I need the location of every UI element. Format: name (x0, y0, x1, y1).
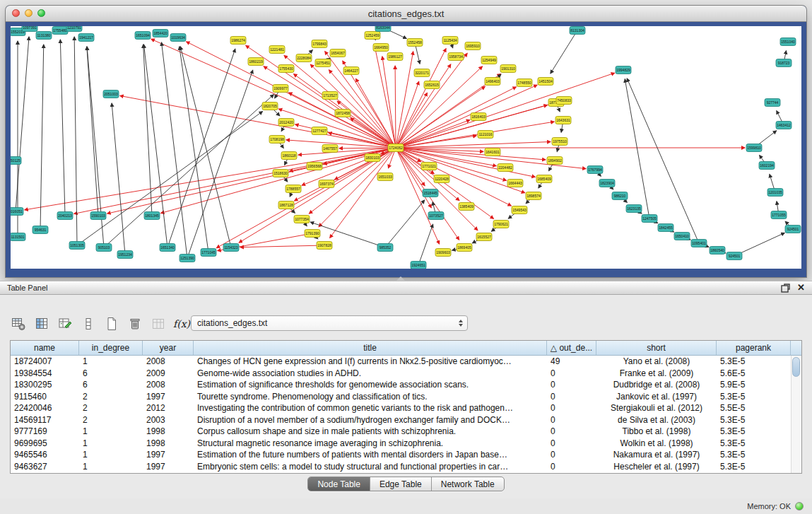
graph-node[interactable]: 1986274 (230, 37, 246, 45)
graph-node[interactable]: 1496403 (485, 78, 500, 86)
table-row[interactable]: 1872400712008Changes of HCN gene express… (11, 356, 801, 368)
table-cell[interactable]: 9465546 (11, 450, 79, 460)
graph-node[interactable]: 1463412 (776, 122, 792, 129)
table-cell[interactable]: 0 (547, 392, 596, 402)
table-row[interactable]: 2242004622012Investigating the contribut… (11, 402, 801, 414)
table-cell[interactable]: 2008 (143, 356, 194, 366)
graph-node[interactable]: 1643631 (555, 117, 571, 124)
table-row[interactable]: 977716911998Corpus callosum shape and si… (11, 426, 801, 438)
table-cell[interactable]: 5.3E-5 (717, 450, 791, 460)
table-cell[interactable]: 5.3E-5 (717, 438, 791, 448)
table-cell[interactable]: 2 (79, 392, 143, 402)
table-cell[interactable]: 19384554 (11, 368, 79, 378)
table-cell[interactable]: 0 (547, 438, 596, 448)
network-table-selector[interactable]: citations_edges.txt (191, 315, 468, 331)
graph-edge[interactable] (625, 79, 649, 218)
graph-node[interactable]: 1860118 (281, 152, 297, 160)
graph-node[interactable]: 1464227 (343, 67, 359, 75)
graph-node[interactable]: 1771021 (421, 163, 437, 170)
column-header-name[interactable]: name (11, 341, 79, 355)
table-cell[interactable]: Tibbo et al. (1998) (596, 426, 717, 436)
table-cell[interactable]: Wolkin et al. (1998) (596, 438, 717, 448)
table-scrollbar[interactable] (791, 356, 801, 473)
graph-node[interactable]: 1924651 (411, 262, 426, 269)
graph-node[interactable]: 1095401 (691, 240, 707, 247)
table-cell[interactable]: 5.9E-5 (717, 380, 791, 390)
graph-node[interactable]: 1097391 (22, 26, 37, 32)
tab-node-table[interactable]: Node Table (308, 477, 370, 491)
graph-node[interactable]: 1685409 (536, 175, 552, 183)
graph-edge[interactable] (396, 52, 413, 148)
table-cell[interactable]: 9699695 (11, 438, 79, 448)
table-row[interactable]: 946362711997Embryonic stem cells: a mode… (11, 461, 801, 473)
graph-node[interactable]: 2228084 (296, 54, 312, 62)
zoom-window-button[interactable] (37, 9, 45, 17)
graph-node[interactable]: 1077354 (294, 216, 310, 223)
table-row[interactable]: 969969511998Structural magnetic resonanc… (11, 438, 801, 450)
graph-node[interactable]: 1801345 (144, 212, 160, 220)
graph-node[interactable]: 1650410 (674, 233, 690, 240)
graph-edge[interactable] (180, 47, 231, 247)
graph-node[interactable]: 1125434 (442, 37, 458, 45)
graph-node[interactable]: 986210 (612, 192, 628, 200)
graph-node[interactable]: 1641601 (485, 148, 500, 156)
graph-node[interactable]: 1951234 (117, 251, 133, 259)
table-row[interactable]: 946554611997Estimation of the future num… (11, 449, 801, 461)
table-cell[interactable]: 2003 (143, 415, 194, 425)
graph-node[interactable]: 1790621 (493, 221, 509, 228)
graph-node[interactable]: 918723 (776, 59, 792, 67)
graph-node[interactable]: 1816403 (471, 113, 486, 121)
graph-edge[interactable] (395, 66, 396, 148)
graph-node[interactable]: 1860219 (248, 58, 264, 66)
table-cell[interactable]: 18300295 (11, 380, 79, 390)
table-cell[interactable]: 6 (79, 368, 143, 378)
table-cell[interactable]: 5.3E-5 (717, 426, 791, 436)
import-table-icon[interactable] (150, 315, 167, 332)
graph-node[interactable]: 1467557 (322, 145, 338, 153)
graph-node[interactable]: 1941217 (78, 34, 94, 42)
graph-node[interactable]: 1664443 (507, 180, 523, 187)
graph-node[interactable]: 1860540 (710, 247, 725, 255)
graph-node[interactable]: 1986127 (387, 53, 403, 61)
graph-node[interactable]: 985352 (377, 244, 393, 252)
table-cell[interactable]: 5.6E-5 (717, 368, 791, 378)
graph-edge[interactable] (396, 148, 493, 218)
graph-edge[interactable] (627, 78, 699, 243)
graph-node[interactable]: 1201035 (767, 189, 783, 197)
graph-node[interactable]: 1220428 (434, 175, 449, 183)
graph-node[interactable]: 1518445 (423, 189, 438, 197)
graph-node[interactable]: 1799843 (312, 40, 327, 48)
graph-edge[interactable] (396, 120, 470, 148)
graph-node[interactable]: 1820705 (262, 103, 278, 110)
graph-edge[interactable] (396, 148, 546, 160)
graph-node[interactable]: 1385409 (459, 203, 474, 211)
graph-edge[interactable] (396, 142, 551, 148)
network-view-canvas[interactable]: 1724062198627418602191221481175543022280… (11, 26, 801, 269)
graph-node[interactable]: 1830103 (365, 154, 380, 162)
table-cell[interactable]: 5.3E-5 (717, 392, 791, 402)
table-cell[interactable]: 0 (547, 426, 596, 436)
tab-edge-table[interactable]: Edge Table (370, 477, 432, 491)
graph-node[interactable]: 2012420 (278, 119, 294, 127)
table-cell[interactable]: Hescheler et al. (1997) (596, 462, 717, 472)
table-cell[interactable]: Estimation of significance thresholds fo… (194, 380, 547, 390)
table-cell[interactable]: 2008 (143, 380, 194, 390)
graph-node[interactable]: 1755480 (52, 27, 68, 35)
window-titlebar[interactable]: citations_edges.txt (6, 6, 806, 22)
table-cell[interactable]: 1 (79, 462, 143, 472)
graph-edge[interactable] (112, 103, 125, 255)
graph-edge[interactable] (74, 148, 396, 214)
table-cell[interactable]: 0 (547, 380, 596, 390)
graph-node[interactable]: 1154323 (223, 244, 239, 252)
table-cell[interactable]: 0 (547, 462, 596, 472)
graph-edge[interactable] (87, 47, 98, 216)
graph-edge[interactable] (284, 55, 396, 148)
table-cell[interactable]: 0 (547, 415, 596, 425)
table-cell[interactable]: 1 (79, 450, 143, 460)
graph-node[interactable]: 1254949 (481, 57, 497, 64)
graph-node[interactable]: 1590103 (90, 212, 106, 220)
graph-node[interactable]: 1552458 (407, 39, 423, 47)
table-cell[interactable]: 1997 (143, 392, 194, 402)
column-header-year[interactable]: year (143, 341, 194, 355)
column-header-short[interactable]: short (596, 341, 717, 355)
